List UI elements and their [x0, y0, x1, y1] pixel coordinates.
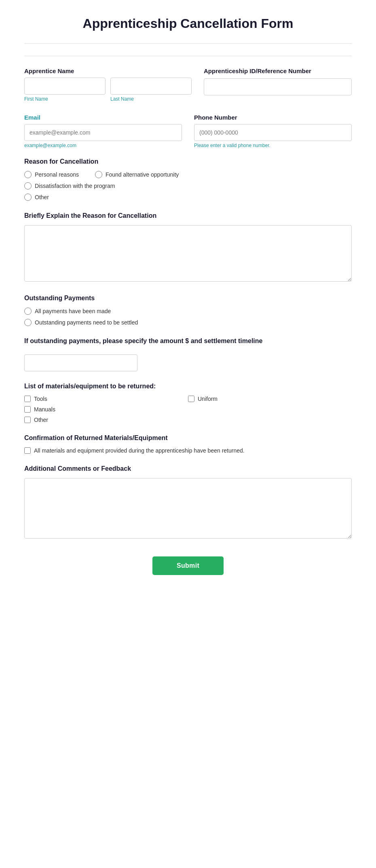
outstanding-radio-group: All payments have been made Outstanding …	[24, 308, 352, 326]
email-phone-row: Email example@example.com Phone Number P…	[24, 114, 352, 148]
phone-input[interactable]	[194, 124, 352, 141]
explain-heading: Briefly Explain the Reason for Cancellat…	[24, 212, 352, 219]
material-other[interactable]: Other	[24, 417, 188, 423]
reason-radio-group: Personal reasons Found alternative oppor…	[24, 171, 352, 201]
reason-section: Reason for Cancellation Personal reasons…	[24, 158, 352, 201]
reason-alternative-label: Found alternative opportunity	[106, 171, 179, 178]
outstanding-specify-section: If outstanding payments, please specify …	[24, 337, 352, 371]
reason-other-label: Other	[35, 194, 49, 200]
comments-textarea[interactable]	[24, 478, 352, 539]
reason-dissatisfaction-label: Dissatisfaction with the program	[35, 183, 115, 189]
outstanding-settle-label: Outstanding payments need to be settled	[35, 319, 138, 326]
material-uniform-checkbox[interactable]	[188, 396, 194, 402]
confirmation-section: Confirmation of Returned Materials/Equip…	[24, 434, 352, 454]
first-name-label: First Name	[24, 96, 106, 102]
materials-section: List of materials/equipment to be return…	[24, 383, 352, 423]
material-uniform-label: Uniform	[198, 396, 218, 402]
divider	[24, 56, 352, 56]
outstanding-settle[interactable]: Outstanding payments need to be settled	[24, 319, 352, 326]
outstanding-heading: Outstanding Payments	[24, 295, 352, 302]
page-title: Apprenticeship Cancellation Form	[24, 16, 352, 44]
outstanding-made[interactable]: All payments have been made	[24, 308, 352, 315]
comments-section: Additional Comments or Feedback	[24, 465, 352, 540]
reason-heading: Reason for Cancellation	[24, 158, 352, 165]
email-input[interactable]	[24, 124, 182, 141]
materials-checkbox-area: Tools Manuals Other Uniform	[24, 396, 352, 423]
outstanding-settle-radio[interactable]	[24, 319, 32, 326]
submit-row: Submit	[24, 556, 352, 575]
outstanding-section: Outstanding Payments All payments have b…	[24, 295, 352, 326]
confirmation-checkbox-label: All materials and equipment provided dur…	[34, 447, 245, 454]
reason-other[interactable]: Other	[24, 194, 352, 201]
explain-section: Briefly Explain the Reason for Cancellat…	[24, 212, 352, 283]
confirmation-checkbox[interactable]	[24, 447, 31, 454]
first-name-wrap: First Name	[24, 78, 106, 102]
outstanding-made-label: All payments have been made	[35, 308, 111, 314]
last-name-input[interactable]	[110, 78, 192, 95]
apprenticeship-id-label: Apprenticeship ID/Reference Number	[204, 67, 352, 74]
reason-other-radio[interactable]	[24, 194, 32, 201]
name-inputs-row: First Name Last Name	[24, 78, 192, 102]
material-manuals[interactable]: Manuals	[24, 406, 188, 413]
materials-col2: Uniform	[188, 396, 352, 423]
apprentice-name-label: Apprentice Name	[24, 67, 192, 74]
last-name-label: Last Name	[110, 96, 192, 102]
first-name-input[interactable]	[24, 78, 106, 95]
reason-personal[interactable]: Personal reasons	[24, 171, 79, 178]
apprentice-name-group: Apprentice Name First Name Last Name	[24, 67, 192, 104]
confirmation-heading: Confirmation of Returned Materials/Equip…	[24, 434, 352, 442]
reason-personal-radio[interactable]	[24, 171, 32, 178]
material-manuals-checkbox[interactable]	[24, 406, 31, 413]
materials-heading: List of materials/equipment to be return…	[24, 383, 352, 390]
last-name-wrap: Last Name	[110, 78, 192, 102]
confirmation-checkbox-item[interactable]: All materials and equipment provided dur…	[24, 447, 352, 454]
explain-textarea[interactable]	[24, 225, 352, 282]
phone-hint: Please enter a valid phone number.	[194, 143, 352, 148]
phone-label: Phone Number	[194, 114, 352, 121]
submit-button[interactable]: Submit	[152, 556, 224, 575]
apprenticeship-id-input[interactable]	[204, 78, 352, 95]
reason-dissatisfaction[interactable]: Dissatisfaction with the program	[24, 182, 352, 190]
comments-heading: Additional Comments or Feedback	[24, 465, 352, 472]
reason-dissatisfaction-radio[interactable]	[24, 182, 32, 190]
material-uniform[interactable]: Uniform	[188, 396, 352, 402]
material-tools[interactable]: Tools	[24, 396, 188, 402]
email-label: Email	[24, 114, 182, 121]
reason-row-1: Personal reasons Found alternative oppor…	[24, 171, 352, 178]
outstanding-made-radio[interactable]	[24, 308, 32, 315]
reason-alternative[interactable]: Found alternative opportunity	[95, 171, 179, 178]
material-other-label: Other	[34, 417, 48, 423]
materials-col1: Tools Manuals Other	[24, 396, 188, 423]
email-group: Email example@example.com	[24, 114, 182, 148]
phone-group: Phone Number Please enter a valid phone …	[194, 114, 352, 148]
outstanding-specify-input[interactable]	[24, 354, 137, 371]
material-other-checkbox[interactable]	[24, 417, 31, 423]
reason-personal-label: Personal reasons	[35, 171, 79, 178]
material-tools-label: Tools	[34, 396, 47, 402]
name-id-row: Apprentice Name First Name Last Name App…	[24, 67, 352, 104]
outstanding-specify-heading: If outstanding payments, please specify …	[24, 337, 352, 345]
material-tools-checkbox[interactable]	[24, 396, 31, 402]
apprenticeship-id-group: Apprenticeship ID/Reference Number	[204, 67, 352, 104]
material-manuals-label: Manuals	[34, 406, 55, 413]
reason-alternative-radio[interactable]	[95, 171, 102, 178]
email-hint: example@example.com	[24, 143, 182, 148]
